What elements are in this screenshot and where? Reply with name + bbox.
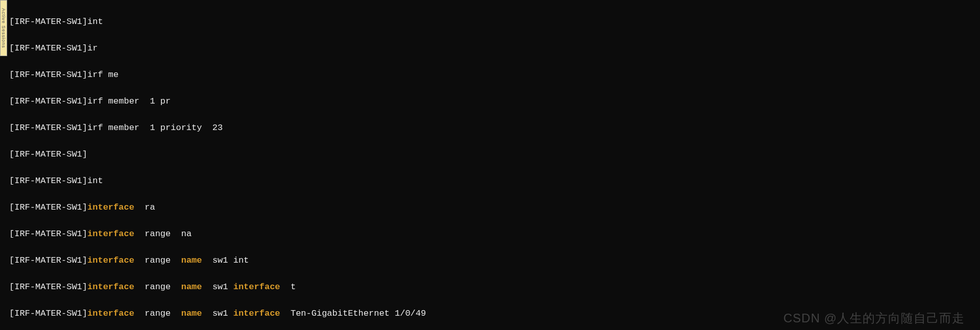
terminal-line: [IRF-MATER-SW1]irf member 1 priority 23: [9, 121, 980, 135]
terminal-line: [IRF-MATER-SW1]interface range name sw1 …: [9, 254, 980, 267]
sidebar-sessions-tab[interactable]: Active Sessions: [0, 0, 7, 56]
terminal-line: [IRF-MATER-SW1]irf member 1 pr: [9, 95, 980, 108]
terminal-line: [IRF-MATER-SW1]int: [9, 15, 980, 29]
terminal-line: [IRF-MATER-SW1]interface range name sw1 …: [9, 281, 980, 294]
terminal-line: [IRF-MATER-SW1]: [9, 148, 980, 161]
terminal-line: [IRF-MATER-SW1]ir: [9, 42, 980, 55]
terminal-line: [IRF-MATER-SW1]int: [9, 174, 980, 188]
terminal-line: [IRF-MATER-SW1]interface range na: [9, 227, 980, 241]
terminal-line: [IRF-MATER-SW1]irf me: [9, 68, 980, 82]
terminal-output[interactable]: [IRF-MATER-SW1]int [IRF-MATER-SW1]ir [IR…: [9, 2, 980, 330]
terminal-line: [IRF-MATER-SW1]interface ra: [9, 201, 980, 214]
terminal-line: [IRF-MATER-SW1]interface range name sw1 …: [9, 307, 980, 320]
